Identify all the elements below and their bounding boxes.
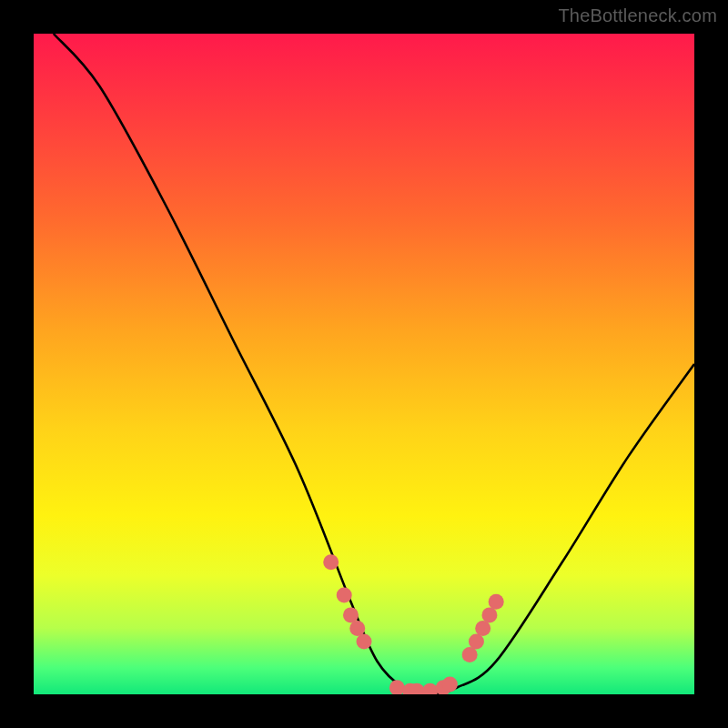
marker-dot <box>357 633 372 649</box>
marker-dot <box>469 633 484 649</box>
marker-dot <box>422 683 438 694</box>
marker-dot <box>323 554 339 570</box>
marker-dot <box>337 588 352 603</box>
marker-dot <box>442 677 458 693</box>
chart-svg <box>34 34 694 694</box>
watermark-text: TheBottleneck.com <box>558 5 717 26</box>
marker-dot <box>489 594 504 610</box>
plot-area <box>34 34 694 694</box>
marker-dot <box>343 607 359 622</box>
marker-dot <box>389 680 405 694</box>
bottleneck-curve <box>54 34 694 694</box>
marker-cluster <box>323 554 504 694</box>
marker-dot <box>349 621 365 636</box>
curve-layer <box>54 34 694 694</box>
marker-dot <box>462 647 478 662</box>
marker-dot <box>475 621 490 636</box>
marker-dot <box>481 607 497 622</box>
chart-stage: TheBottleneck.com <box>0 0 728 728</box>
